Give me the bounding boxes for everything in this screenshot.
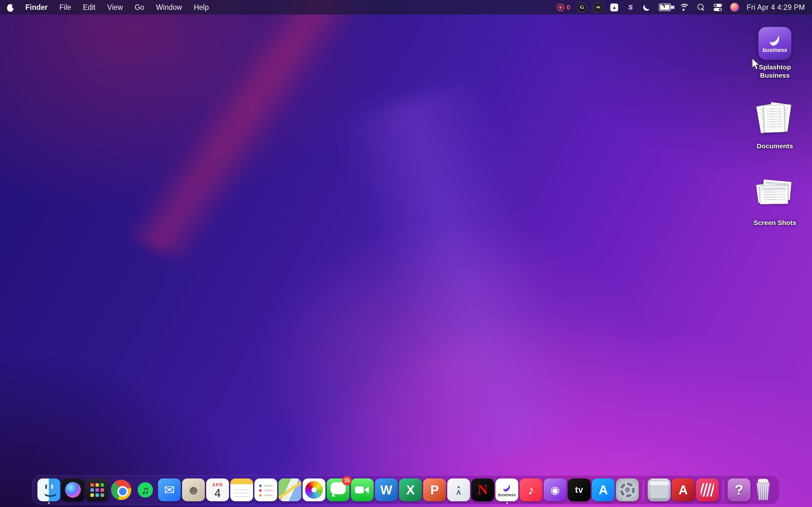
documents-stack-icon [756, 101, 794, 139]
wifi-icon[interactable] [678, 2, 689, 12]
dock-item-chrome[interactable] [110, 478, 133, 501]
app-glyph: ◉ [544, 478, 566, 501]
app-glyph: P [423, 478, 446, 501]
dock-item-word[interactable]: W [375, 478, 398, 501]
app-glyph: ? [728, 478, 751, 501]
app-glyph [61, 478, 84, 501]
apple-tv-icon: tv [568, 478, 591, 501]
app-glyph: A [592, 478, 615, 501]
app-glyph [648, 478, 670, 501]
dock-item-finder[interactable] [38, 478, 60, 501]
menu-window[interactable]: Window [156, 3, 182, 12]
dock-item-maps[interactable] [278, 478, 301, 501]
menu-bar-clock[interactable]: Fri Apr 4 4:29 PM [747, 3, 805, 12]
dock-item-mail[interactable]: ✉ [158, 478, 181, 501]
dock-item-messages[interactable]: 35 [327, 478, 350, 501]
status-icons: 0G∞▲S [557, 2, 739, 12]
menu-items: FileEditViewGoWindowHelp [59, 3, 209, 12]
menu-edit[interactable]: Edit [83, 3, 96, 12]
launchpad-icon [86, 478, 108, 501]
app-glyph: ☻ [182, 478, 205, 501]
spotlight-search-icon[interactable] [696, 2, 705, 12]
splashtop-sos-icon [696, 478, 719, 501]
dock-item-powerpoint[interactable]: P [423, 478, 446, 501]
dock-item-acrobat[interactable]: A [672, 478, 695, 501]
notification-badge: 35 [342, 476, 352, 485]
dock-item-siri[interactable] [61, 478, 84, 501]
dock-item-minimized-window[interactable] [648, 478, 670, 501]
focus-moon-icon[interactable] [642, 2, 651, 12]
box-arrow-icon[interactable]: ▲ [610, 2, 619, 12]
dock-item-excel[interactable]: X [399, 478, 422, 501]
dock-item-launchpad[interactable] [86, 478, 108, 501]
creative-cloud-icon[interactable]: ∞ [594, 2, 603, 12]
contacts-icon: ☻ [182, 478, 205, 501]
finder-icon [38, 478, 60, 501]
battery-charging-icon[interactable] [658, 2, 671, 12]
dock-item-calendar[interactable]: APR4 [206, 478, 229, 501]
spotify-icon: ♫ [134, 478, 157, 501]
photo-booth-icon: ▪ Λ [447, 478, 470, 501]
app-glyph [254, 478, 277, 501]
dock-item-apple-tv[interactable]: tv [568, 478, 591, 501]
control-center-icon[interactable] [713, 2, 723, 12]
splashtop-swirl-icon [768, 34, 782, 46]
system-preferences-icon [616, 478, 639, 501]
paper-sheet [764, 105, 785, 133]
dock-item-app-store[interactable]: A [592, 478, 615, 501]
grammarly-icon[interactable]: G [577, 2, 587, 12]
app-store-icon: A [592, 478, 615, 501]
screenshot-sheet [760, 185, 788, 205]
dock-item-podcasts[interactable]: ◉ [544, 478, 566, 501]
powerpoint-icon: P [423, 478, 446, 501]
app-glyph: A [672, 478, 695, 501]
screen-record-indicator-icon[interactable]: 0 [557, 2, 570, 12]
app-glyph [230, 478, 253, 501]
dock-item-notes[interactable] [230, 478, 253, 501]
user-avatar-icon[interactable] [730, 2, 739, 12]
dock-item-reminders[interactable] [254, 478, 277, 501]
menu-help[interactable]: Help [194, 3, 209, 12]
app-glyph [752, 478, 774, 501]
dock-item-contacts[interactable]: ☻ [182, 478, 205, 501]
dock-item-splashtop-business[interactable]: business [496, 478, 518, 501]
dock-item-spotify[interactable]: ♫ [134, 478, 157, 501]
app-glyph [351, 478, 374, 501]
chrome-icon [110, 478, 133, 501]
trash-icon [752, 478, 774, 501]
missing-app-icon: ? [728, 478, 751, 501]
apple-menu-icon[interactable] [7, 4, 14, 12]
dock-item-system-preferences[interactable] [616, 478, 639, 501]
dock-item-facetime[interactable] [351, 478, 374, 501]
splashtop-business-app-icon: business [758, 27, 792, 60]
app-glyph: ♪ [519, 478, 542, 501]
desktop-icon-screen-shots[interactable]: Screen Shots [746, 177, 803, 227]
dock-item-photos[interactable] [303, 478, 325, 501]
word-icon: W [375, 478, 398, 501]
menu-go[interactable]: Go [135, 3, 144, 12]
dock-item-trash[interactable] [752, 478, 774, 501]
splashtop-status-icon[interactable]: S [626, 2, 635, 12]
dock-item-splashtop-sos[interactable] [696, 478, 719, 501]
app-glyph: W [375, 478, 398, 501]
facetime-icon [351, 478, 374, 501]
acrobat-icon: A [672, 478, 695, 501]
desktop-icon-label: Screen Shots [754, 219, 796, 227]
dock-divider [723, 481, 723, 499]
menu-view[interactable]: View [107, 3, 123, 12]
dock-item-music[interactable]: ♪ [519, 478, 542, 501]
splashtop-business-text: business [763, 47, 787, 54]
app-menu-title[interactable]: Finder [26, 3, 48, 12]
desktop-icon-documents[interactable]: Documents [746, 101, 803, 150]
maps-icon [278, 478, 301, 501]
mouse-cursor [751, 58, 761, 71]
desktop-icon-splashtop-business[interactable]: business Splashtop Business [746, 27, 803, 80]
dock-item-photo-booth[interactable]: ▪ Λ [447, 478, 470, 501]
app-glyph [86, 478, 108, 501]
minimized-window-icon [648, 478, 670, 501]
dock-item-netflix[interactable]: N [471, 478, 494, 501]
menu-file[interactable]: File [59, 3, 71, 12]
dock-item-missing-app[interactable]: ? [728, 478, 751, 501]
photos-icon [303, 478, 325, 501]
app-glyph: ▪ Λ [447, 478, 470, 501]
